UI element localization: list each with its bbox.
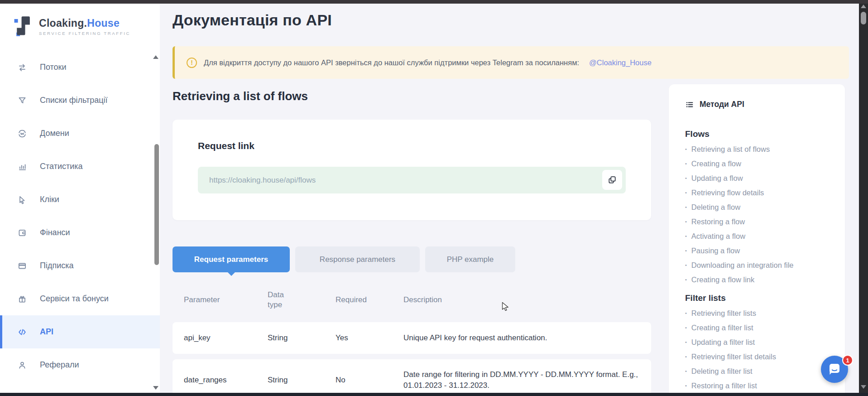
chat-bubble-icon (827, 362, 842, 377)
browser-scrollbar[interactable] (859, 0, 868, 396)
sidebar-item-label: Потоки (40, 63, 67, 72)
method-link[interactable]: Creating a filter list (685, 320, 833, 335)
sidebar-item-label: Сервіси та бонуси (40, 294, 109, 304)
sidebar-item-label: API (40, 327, 53, 337)
parameter-tabs: Request parameters Response parameters P… (173, 246, 651, 272)
method-link[interactable]: Restoring a flow (685, 214, 833, 229)
api-methods-header: Методи API (685, 100, 833, 109)
brand-name: Cloaking.House (39, 17, 120, 29)
sidebar-item-domains[interactable]: Домени (0, 117, 160, 150)
cell-description: Unique API key for request authenticatio… (403, 333, 642, 343)
request-link-title: Request link (198, 140, 626, 151)
filter-lists-method-list: Retrieving filter lists Creating a filte… (685, 306, 833, 393)
banner-text: Для відкриття доступу до нашого API звер… (204, 58, 579, 67)
request-link-card: Request link https://cloaking.house/api/… (173, 120, 651, 220)
table-row: api_key String Yes Unique API key for re… (173, 322, 651, 354)
tab-response-parameters[interactable]: Response parameters (295, 246, 420, 272)
method-section-title: Retrieving a list of flows (173, 84, 651, 103)
sidebar: Cloaking.House SERVICE FILTERING TRAFFIC… (0, 4, 160, 393)
sidebar-item-label: Реферали (40, 360, 79, 370)
copy-url-button[interactable] (602, 170, 622, 190)
sidebar-nav: Потоки Списки фільтрації Домени Статисти… (0, 51, 160, 382)
table-header: Parameter Data type Required Description (173, 283, 651, 317)
subscription-icon (17, 261, 27, 271)
sidebar-scroll-down-icon[interactable] (153, 386, 158, 390)
method-link[interactable]: Deleting a flow (685, 200, 833, 214)
logo[interactable]: Cloaking.House SERVICE FILTERING TRAFFIC (0, 4, 160, 37)
scroll-down-icon[interactable] (861, 385, 866, 389)
mouse-cursor (502, 302, 509, 312)
logo-tagline: SERVICE FILTERING TRAFFIC (39, 31, 130, 36)
methods-section-filter-lists: Filter lists (685, 293, 833, 303)
sidebar-item-statistics[interactable]: Статистика (0, 150, 160, 183)
logo-text: Cloaking.House SERVICE FILTERING TRAFFIC (39, 17, 130, 36)
method-link[interactable]: Downloading an integration file (685, 258, 833, 272)
method-link[interactable]: Updating a filter list (685, 335, 833, 349)
cell-parameter: date_ranges (184, 376, 268, 385)
method-link[interactable]: Retrieving filter list details (685, 349, 833, 364)
sidebar-item-flows[interactable]: Потоки (0, 51, 160, 84)
methods-section-flows: Flows (685, 129, 833, 139)
api-methods-title: Методи API (700, 100, 744, 109)
browser-top-edge (0, 0, 868, 4)
domains-icon (17, 129, 27, 139)
method-link[interactable]: Pausing a flow (685, 243, 833, 258)
method-link[interactable]: Retrieving a list of flows (685, 142, 833, 156)
flows-method-list: Retrieving a list of flows Creating a fl… (685, 142, 833, 287)
app-screen: Cloaking.House SERVICE FILTERING TRAFFIC… (0, 0, 868, 396)
table-row: date_ranges String No Date range for fil… (173, 359, 651, 393)
telegram-link[interactable]: @Cloaking_House (589, 58, 652, 67)
sidebar-scroll-up-icon[interactable] (153, 55, 158, 59)
referrals-icon (17, 360, 27, 370)
method-link[interactable]: Deleting a filter list (685, 364, 833, 378)
api-icon (17, 327, 27, 337)
method-link[interactable]: Creating a flow (685, 156, 833, 171)
sidebar-item-label: Кліки (40, 195, 59, 204)
sidebar-item-label: Списки фільтрації (40, 96, 108, 105)
sidebar-item-label: Фінанси (40, 228, 70, 237)
col-required: Required (336, 295, 403, 304)
browser-bottom-edge (0, 393, 868, 396)
tab-php-example[interactable]: PHP example (425, 246, 515, 272)
request-url-field[interactable]: https://cloaking.house/api/flows (198, 167, 626, 193)
scroll-up-icon[interactable] (861, 5, 866, 8)
doc-column: Retrieving a list of flows Request link … (173, 84, 651, 393)
warning-icon: ! (187, 58, 197, 68)
chat-unread-badge: 1 (842, 355, 853, 366)
method-link[interactable]: Retrieving flow details (685, 185, 833, 200)
sidebar-item-filter-lists[interactable]: Списки фільтрації (0, 84, 160, 117)
clicks-icon (17, 195, 27, 205)
col-description: Description (403, 295, 642, 304)
method-link[interactable]: Restoring a filter list (685, 378, 833, 393)
copy-icon (607, 175, 617, 185)
content-row: Retrieving a list of flows Request link … (173, 84, 849, 393)
api-methods-panel: Методи API Flows Retrieving a list of fl… (669, 84, 845, 393)
cell-data-type: String (268, 333, 336, 343)
method-link[interactable]: Retrieving filter lists (685, 306, 833, 320)
sidebar-item-finance[interactable]: Фінанси (0, 216, 160, 249)
main-content: Документація по API ! Для відкриття дост… (160, 4, 859, 393)
filter-lists-icon (17, 96, 27, 106)
services-bonuses-icon (17, 294, 27, 304)
logo-icon (14, 15, 33, 37)
sidebar-item-referrals[interactable]: Реферали (0, 348, 160, 382)
flows-icon (17, 63, 27, 72)
cell-parameter: api_key (184, 333, 268, 343)
col-parameter: Parameter (184, 295, 268, 304)
statistics-icon (17, 162, 27, 172)
sidebar-item-api[interactable]: API (0, 315, 160, 348)
cell-data-type: String (268, 376, 336, 385)
tab-request-parameters[interactable]: Request parameters (173, 246, 290, 272)
sidebar-item-clicks[interactable]: Кліки (0, 183, 160, 216)
list-icon (685, 100, 694, 109)
cell-required: No (336, 376, 403, 385)
api-access-banner: ! Для відкриття доступу до нашого API зв… (173, 46, 849, 79)
sidebar-item-subscription[interactable]: Підписка (0, 249, 160, 282)
scrollbar-thumb[interactable] (861, 12, 866, 24)
method-link[interactable]: Updating a flow (685, 171, 833, 185)
sidebar-scrollbar-thumb[interactable] (154, 144, 159, 265)
sidebar-item-label: Статистика (40, 162, 83, 171)
method-link[interactable]: Creating a flow link (685, 272, 833, 287)
sidebar-item-services-bonuses[interactable]: Сервіси та бонуси (0, 282, 160, 315)
method-link[interactable]: Activating a flow (685, 229, 833, 243)
